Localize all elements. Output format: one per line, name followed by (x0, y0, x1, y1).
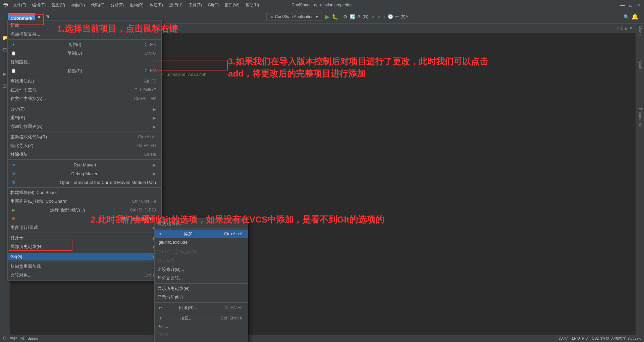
cm-local-history[interactable]: 局部历史记录(H) ▶ (8, 242, 161, 251)
toolbar-forward[interactable]: ▶ (36, 14, 43, 20)
menu-bar[interactable]: 🦈 文件(F) 编辑(E) 视图(V) 导航(N) 代码(C) 分析(Z) 重构… (3, 1, 262, 9)
cm-reload-label: 从磁盘重新加载 (10, 263, 41, 270)
cm-open-in[interactable]: 打开于 ▶ (8, 234, 161, 242)
translate-icon: 文A (401, 14, 408, 20)
cm-add-favorites-label: 添加到收藏夹(A) (10, 124, 42, 130)
dropdown-icon: ▼ (315, 14, 319, 19)
menu-window[interactable]: 窗口(W) (222, 1, 242, 9)
menu-view[interactable]: 视图(V) (49, 1, 68, 9)
window-controls[interactable]: — □ ✕ (620, 2, 641, 8)
toolbar-recent[interactable]: ⊞ (44, 14, 51, 20)
cm-analyze-arrow: ▶ (153, 107, 156, 112)
debug-button[interactable]: 🐛 (332, 13, 338, 20)
cm-local-history-label: 局部历史记录(H) (10, 244, 43, 250)
cm-cut[interactable]: ✂ 剪切(I) Ctrl+X (8, 40, 161, 49)
search-toolbar-icon[interactable]: 🔍 (624, 14, 629, 19)
run-config-icon: ▶ (271, 14, 274, 19)
menu-edit[interactable]: 编辑(E) (30, 1, 48, 9)
cm-open-terminal-label: Open Terminal at the Current Maven Modul… (60, 180, 156, 185)
cm-analyze[interactable]: 分析(Z) ▶ (8, 105, 161, 113)
git-rollback[interactable]: ↩ 回滚(B)... Ctrl+Alt+Z (155, 303, 248, 312)
separator-2 (8, 76, 161, 76)
editor-breadcrumb: ✓ 1 ▲ ▼ (616, 26, 633, 31)
cm-add-to-favorites[interactable]: 添加到收藏夹(A) ▶ (8, 122, 161, 131)
menu-refactor[interactable]: 重构(R) (127, 1, 146, 9)
git-push[interactable]: ↑ 推送... Ctrl+Shift+K (155, 314, 248, 323)
cm-remove-module[interactable]: 移除模块 Delete (8, 150, 161, 159)
git-annotate[interactable]: 使用 Git 追溯注解(N) (155, 248, 248, 256)
cm-cut-label: 剪切(I) (68, 42, 81, 48)
cm-find-in-files[interactable]: 在文件中查找... Ctrl+Shift+F (8, 86, 161, 94)
cm-replace-in-files-label: 在文件中替换(A)... (10, 96, 46, 102)
cm-add-framework[interactable]: 添加框架支持... (8, 30, 161, 39)
menu-build[interactable]: 构建(B) (147, 1, 166, 9)
git-compare-branch[interactable]: 与分支比较... (155, 274, 248, 283)
git-show-current[interactable]: 显示当前修订 (155, 293, 248, 302)
gradle-label[interactable]: Gradle (638, 59, 642, 72)
git-exclude[interactable]: .git/info/exclude (155, 238, 248, 246)
cm-rebuild-module-label: 重新构建(E) 模块 'CoolShark' (10, 198, 67, 204)
toolbar-extra1[interactable]: ⚙ (343, 14, 347, 19)
cm-debug-all-tests[interactable]: ⚙ 调试 '全部测试'(D) (8, 214, 161, 223)
git-clock-icon: 🕐 (388, 14, 393, 19)
run-button[interactable]: ▶ (325, 13, 330, 20)
cm-run-maven[interactable]: m Run Maven ▶ (8, 160, 161, 169)
git-show-history[interactable]: 显示历史记录(H) (155, 284, 248, 293)
git-pull[interactable]: Pull... (155, 323, 248, 330)
cm-run-maven-arrow: ▶ (153, 162, 156, 167)
title-bar: 🦈 文件(F) 编辑(E) 视图(V) 导航(N) 代码(C) 分析(Z) 重构… (0, 0, 644, 10)
menu-run[interactable]: 运行(U) (166, 1, 185, 9)
cm-open-terminal-maven[interactable]: m Open Terminal at the Current Maven Mod… (8, 178, 161, 187)
menu-git[interactable]: Git(G) (205, 2, 222, 8)
cm-compare[interactable]: 比较对象... Ctrl+D (8, 271, 161, 280)
cm-git[interactable]: Git(G) ▶ (8, 253, 161, 260)
status-build-label: 构建 (10, 336, 17, 341)
cm-reload-from-disk[interactable]: 从磁盘重新加载 (8, 262, 161, 271)
maximize-button[interactable]: □ (628, 2, 633, 8)
cm-copy-label: 复制(C) (67, 50, 82, 56)
cm-paste-icon: 📋 (10, 68, 16, 74)
request-list-label[interactable]: Request List (638, 107, 642, 128)
sidebar-bottom-icon[interactable]: ⚙ (1, 334, 9, 342)
cm-replace-in-files[interactable]: 在文件中替换(A)... Ctrl+Shift+R (8, 94, 161, 103)
status-time: 20:47 (558, 336, 568, 340)
cm-find-in-files-label: 在文件中查找... (10, 87, 40, 93)
cm-optimize-imports[interactable]: 优化导入(Z) Ctrl+Alt+O (8, 141, 161, 150)
notification-icon[interactable]: 🔔 (631, 13, 639, 20)
cm-copy[interactable]: 📋 复制(C) Ctrl+C (8, 49, 161, 58)
git-merge[interactable]: 合并... (155, 340, 248, 342)
cm-find-usages[interactable]: 查找用法(U) Alt+F7 (8, 77, 161, 86)
cm-rebuild-module[interactable]: 重新构建(E) 模块 'CoolShark' Ctrl+Shift+F9 (8, 197, 161, 206)
git-compare-revisions[interactable]: 比较修订(B)... (155, 265, 248, 274)
toolbar-extra2[interactable]: 🔄 (350, 14, 355, 19)
menu-help[interactable]: 帮助(H) (243, 1, 262, 9)
cm-refactor[interactable]: 重构(R) ▶ (8, 113, 161, 122)
git-arrow-icon: ↑ (383, 14, 386, 19)
cm-build-module[interactable]: 构建模块(M) 'CoolShark' (8, 188, 161, 197)
menu-file[interactable]: 文件(F) (10, 1, 29, 9)
git-commit-dir[interactable]: 提交 (I)目录... (155, 219, 248, 228)
cm-rebuild-shortcut: Ctrl+Shift+F9 (132, 199, 156, 204)
git-add[interactable]: + 添加 Ctrl+Alt+A (155, 230, 248, 238)
cm-run-all-tests[interactable]: ▶ 运行 '全部测试'(U) Ctrl+Shift+F10 (8, 206, 161, 214)
git-show-diff[interactable]: 显示差异 (155, 256, 248, 265)
menu-navigate[interactable]: 导航(N) (68, 1, 88, 9)
git-push-label: 推送... (180, 315, 193, 321)
app-icon: 🦈 (3, 2, 8, 8)
run-config-selector[interactable]: ▶ CoolSharkApplication ▼ (266, 13, 323, 20)
cm-more-run[interactable]: 更多运行/调试 ▶ (8, 223, 161, 232)
menu-code[interactable]: 代码(C) (88, 1, 107, 9)
git-fetch[interactable]: Fetch (155, 330, 248, 338)
cm-paste[interactable]: 📋 粘贴(P) Ctrl+V (8, 66, 161, 75)
cm-new[interactable]: 新建 ▶ (8, 21, 161, 30)
menu-analyze[interactable]: 分析(Z) (108, 1, 126, 9)
cm-debug-maven[interactable]: m Debug Maven ▶ (8, 169, 161, 178)
cm-copy-path[interactable]: 复制路径... (8, 58, 161, 66)
cm-reformat[interactable]: 重新格式化代码(R) Ctrl+Alt+L (8, 133, 161, 141)
maven-label[interactable]: Maven (638, 25, 642, 38)
cm-debug-maven-label: Debug Maven (71, 171, 99, 176)
menu-tools[interactable]: 工具(T) (186, 1, 204, 9)
cm-reformat-label: 重新格式化代码(R) (10, 134, 47, 140)
close-button[interactable]: ✕ (636, 2, 641, 8)
minimize-button[interactable]: — (620, 2, 625, 8)
